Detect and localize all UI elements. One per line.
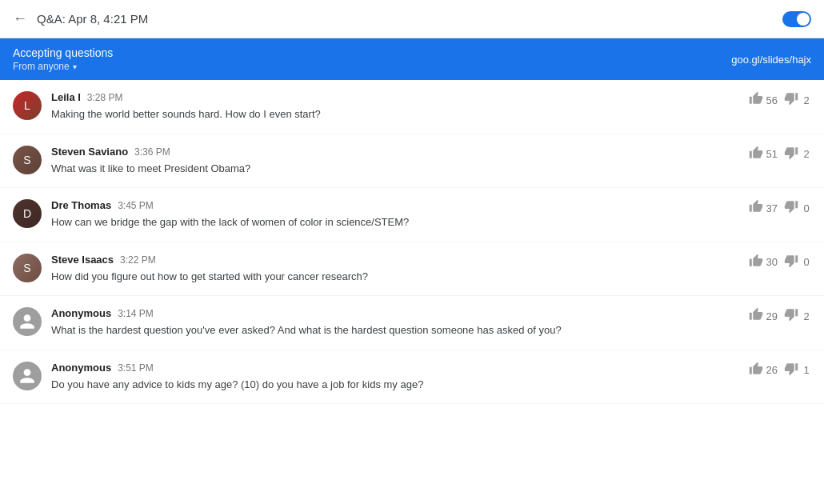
dislike-group: 2 [784,146,811,163]
like-group: 51 [749,146,778,163]
vote-section: 29 2 [749,307,811,325]
top-bar: ← Q&A: Apr 8, 4:21 PM [0,0,824,38]
session-title: Q&A: Apr 8, 4:21 PM [37,12,782,26]
vote-section: 30 0 [749,254,811,271]
vote-section: 56 2 [749,91,811,109]
question-item: L Leila I 3:28 PM Making the world bette… [0,80,824,134]
question-author: Steve Isaacs [51,254,114,266]
active-toggle-container [782,11,811,27]
dislike-group: 0 [784,254,811,271]
thumbs-down-icon[interactable] [784,307,798,325]
avatar-steve-isaacs: S [13,254,42,282]
question-time: 3:14 PM [118,308,154,319]
accepting-label: Accepting questions [13,46,731,59]
question-item: S Steven Saviano 3:36 PM What was it lik… [0,134,824,189]
question-content: Anonymous 3:51 PM Do you have any advice… [51,362,736,393]
like-count: 26 [766,364,778,376]
like-count: 29 [766,310,778,322]
avatar-dre: D [13,199,42,228]
question-author: Steven Saviano [51,146,128,158]
thumbs-down-icon[interactable] [784,199,798,217]
like-count: 56 [766,94,778,106]
question-content: Leila I 3:28 PM Making the world better … [51,91,736,122]
vote-section: 26 1 [749,362,811,379]
dislike-group: 0 [784,199,811,217]
question-item: Anonymous 3:51 PM Do you have any advice… [0,350,824,405]
avatar-anonymous [13,362,42,390]
question-header: Dre Thomas 3:45 PM [51,199,736,211]
question-content: Anonymous 3:14 PM What is the hardest qu… [51,307,736,338]
question-header: Anonymous 3:14 PM [51,307,736,319]
questions-list: L Leila I 3:28 PM Making the world bette… [0,80,824,504]
question-time: 3:28 PM [87,92,123,103]
accepting-banner: Accepting questions From anyone ▾ goo.gl… [0,38,824,80]
thumbs-up-icon[interactable] [749,307,763,325]
thumbs-down-icon[interactable] [784,362,798,379]
dislike-count: 1 [802,364,811,376]
like-group: 26 [749,362,778,379]
vote-section: 51 2 [749,146,811,163]
dislike-count: 2 [802,310,811,322]
question-time: 3:45 PM [118,200,154,211]
like-count: 30 [766,256,778,268]
thumbs-up-icon[interactable] [749,199,763,217]
question-item: D Dre Thomas 3:45 PM How can we bridge t… [0,188,824,242]
like-count: 51 [766,148,778,160]
question-author: Anonymous [51,307,111,319]
active-toggle[interactable] [782,11,811,27]
question-time: 3:22 PM [120,254,156,266]
banner-left: Accepting questions From anyone ▾ [13,46,731,72]
question-text: How did you figure out how to get starte… [51,269,736,285]
question-header: Steve Isaacs 3:22 PM [51,254,736,266]
like-count: 37 [766,202,778,214]
thumbs-down-icon[interactable] [784,146,798,163]
from-filter[interactable]: From anyone ▾ [13,61,731,72]
question-item: Anonymous 3:14 PM What is the hardest qu… [0,296,824,350]
question-item: S Steve Isaacs 3:22 PM How did you figur… [0,242,824,297]
like-group: 29 [749,307,778,325]
question-text: Do you have any advice to kids my age? (… [51,377,736,393]
question-text: What was it like to meet President Obama… [51,161,736,177]
question-content: Steven Saviano 3:36 PM What was it like … [51,146,736,177]
question-time: 3:36 PM [134,146,170,158]
thumbs-up-icon[interactable] [749,91,763,109]
dislike-group: 1 [784,362,811,379]
dislike-count: 2 [802,94,811,106]
thumbs-up-icon[interactable] [749,146,763,163]
dislike-count: 2 [802,148,811,160]
slides-link[interactable]: goo.gl/slides/hajx [731,54,811,66]
question-text: What is the hardest question you've ever… [51,322,736,338]
thumbs-down-icon[interactable] [784,254,798,271]
avatar-leila: L [13,91,42,120]
question-header: Steven Saviano 3:36 PM [51,146,736,158]
question-header: Leila I 3:28 PM [51,91,736,103]
question-content: Steve Isaacs 3:22 PM How did you figure … [51,254,736,285]
question-author: Leila I [51,91,81,103]
like-group: 30 [749,254,778,271]
dislike-group: 2 [784,307,811,325]
like-group: 56 [749,91,778,109]
question-content: Dre Thomas 3:45 PM How can we bridge the… [51,199,736,230]
question-time: 3:51 PM [118,362,154,374]
avatar-steven: S [13,146,42,174]
dislike-count: 0 [802,256,811,268]
question-header: Anonymous 3:51 PM [51,362,736,374]
from-label: From anyone [13,61,70,72]
avatar-anonymous [13,307,42,336]
vote-section: 37 0 [749,199,811,217]
like-group: 37 [749,199,778,217]
thumbs-up-icon[interactable] [749,362,763,379]
question-text: Making the world better sounds hard. How… [51,106,736,122]
question-text: How can we bridge the gap with the lack … [51,214,736,230]
back-button[interactable]: ← [13,10,27,27]
dislike-count: 0 [802,202,811,214]
dislike-group: 2 [784,91,811,109]
question-author: Anonymous [51,362,111,374]
chevron-down-icon: ▾ [73,62,77,71]
question-author: Dre Thomas [51,199,111,211]
thumbs-up-icon[interactable] [749,254,763,271]
thumbs-down-icon[interactable] [784,91,798,109]
